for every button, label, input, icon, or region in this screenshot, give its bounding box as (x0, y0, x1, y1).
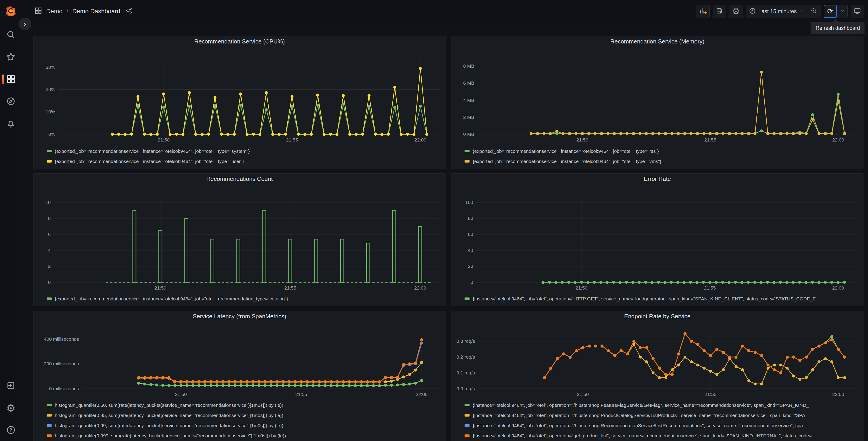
sidebar-item-explore[interactable] (0, 96, 22, 107)
svg-text:0 milliseconds: 0 milliseconds (49, 386, 79, 391)
legend-item[interactable]: {instance="otelcol:9464", job="otel", op… (465, 400, 859, 410)
panel-title[interactable]: Recommendations Count (206, 175, 273, 182)
legend-swatch (465, 160, 469, 163)
svg-text:21:50: 21:50 (158, 137, 170, 142)
svg-text:20: 20 (468, 264, 473, 269)
svg-text:22:00: 22:00 (416, 392, 428, 397)
refresh-interval-dropdown[interactable] (837, 5, 848, 18)
clock-icon (749, 7, 756, 15)
sidebar-item-settings[interactable]: ⚙ (0, 403, 22, 413)
legend-item[interactable]: {instance="otelcol:9464", job="otel", op… (465, 410, 859, 420)
kiosk-mode-button[interactable] (851, 5, 864, 18)
sidebar-item-help[interactable]: ? (0, 425, 22, 436)
panel-title[interactable]: Endpoint Rate by Service (624, 313, 690, 320)
chevron-down-icon (800, 8, 804, 14)
legend-item[interactable]: {exported_job="recommendationservice", i… (46, 294, 441, 304)
legend-swatch (465, 404, 469, 406)
svg-text:22:00: 22:00 (832, 392, 844, 397)
svg-text:2: 2 (48, 264, 51, 269)
count-chart[interactable]: 21:5021:5522:000246810 (33, 184, 445, 293)
svg-text:0.3 req/s: 0.3 req/s (456, 339, 475, 344)
svg-text:100: 100 (465, 200, 473, 205)
panel-header[interactable]: Endpoint Rate by Service (452, 311, 863, 321)
panel-title[interactable]: Service Latency (from SpanMetrics) (193, 313, 286, 320)
breadcrumb-separator: / (66, 8, 68, 15)
legend-label: {exported_job="recommendationservice", i… (55, 296, 288, 301)
legend-label: {instance="otelcol:9464", job="otel", op… (473, 433, 812, 439)
latency-chart[interactable]: 21:5021:5522:000 milliseconds200 millise… (33, 321, 445, 399)
add-panel-button[interactable] (696, 5, 710, 18)
memory-chart[interactable]: 21:5021:5522:000 MB2 MB4 MB6 MB8 MB (452, 47, 863, 145)
legend-label: {instance="otelcol:9464", job="otel", op… (473, 423, 803, 428)
svg-text:21:55: 21:55 (704, 137, 716, 142)
error-rate-chart[interactable]: 21:5021:5522:00020406080100 (452, 184, 863, 293)
sidebar-item-search[interactable] (0, 30, 22, 40)
legend-swatch (46, 404, 52, 406)
legend: {exported_job="recommendationservice", i… (33, 145, 445, 169)
legend-swatch (465, 424, 469, 427)
svg-text:40: 40 (468, 248, 473, 253)
panel-header[interactable]: Recommendation Service (Memory) (452, 36, 863, 47)
bell-icon (6, 119, 16, 129)
legend-item[interactable]: {exported_job="recommendationservice", i… (46, 156, 441, 167)
sidebar-item-starred[interactable] (0, 52, 22, 62)
endpoint-rate-chart[interactable]: 21:5021:5522:000.0 req/s0.1 req/s0.2 req… (452, 321, 863, 399)
legend-item[interactable]: histogram_quantile(0.999, sum(rate(laten… (46, 431, 441, 441)
cpu-chart[interactable]: 21:5021:5522:000%10%20%30% (33, 47, 445, 145)
svg-text:21:55: 21:55 (705, 392, 717, 397)
share-icon[interactable] (126, 7, 132, 16)
legend-label: histogram_quantile(0.95, sum(rate(latenc… (55, 413, 283, 418)
breadcrumb-page[interactable]: Demo Dashboard (72, 8, 120, 15)
zoom-out-icon (810, 7, 817, 15)
panel-header[interactable]: Service Latency (from SpanMetrics) (33, 311, 445, 321)
legend-swatch (46, 414, 52, 416)
dashboard-settings-button[interactable]: ⚙ (729, 5, 743, 18)
panel-recommendations-count: Recommendations Count 21:5021:5522:00024… (33, 173, 446, 306)
monitor-icon (854, 7, 861, 16)
sidebar-expand-button[interactable]: › (19, 18, 31, 30)
legend-item[interactable]: {instance="otelcol:9464", job="otel", op… (465, 431, 859, 441)
svg-text:21:55: 21:55 (704, 285, 716, 290)
svg-text:0.0 req/s: 0.0 req/s (456, 386, 475, 391)
svg-text:30%: 30% (46, 64, 55, 70)
svg-text:21:50: 21:50 (154, 285, 166, 290)
dashboard-toolbar: ⚙ Last 15 minutes ⟳ (696, 5, 868, 18)
grafana-logo[interactable] (0, 0, 22, 22)
time-range-picker[interactable]: Last 15 minutes (746, 5, 807, 18)
sidebar-item-sign-in[interactable] (0, 381, 22, 391)
legend-item[interactable]: {instance="otelcol:9464", job="otel", op… (465, 420, 859, 431)
svg-text:4 MB: 4 MB (463, 97, 474, 103)
panel-service-latency: Service Latency (from SpanMetrics) 21:50… (33, 311, 446, 441)
save-dashboard-button[interactable] (713, 5, 726, 18)
legend-item[interactable]: {exported_job="recommendationservice", i… (46, 146, 441, 156)
panel-title[interactable]: Recommendation Service (Memory) (610, 38, 704, 45)
panel-header[interactable]: Recommendation Service (CPU%) (33, 36, 445, 47)
svg-text:21:55: 21:55 (295, 392, 307, 397)
panel-endpoint-rate: Endpoint Rate by Service 21:5021:5522:00… (451, 311, 864, 441)
sidebar-item-dashboards[interactable] (0, 74, 22, 85)
panel-recommendation-cpu: Recommendation Service (CPU%) 21:5021:55… (33, 36, 446, 169)
svg-text:22:00: 22:00 (832, 285, 844, 290)
sidebar: ⚙ ? (0, 0, 22, 441)
legend-item[interactable]: {exported_job="recommendationservice", i… (465, 156, 859, 167)
svg-text:0%: 0% (49, 131, 55, 137)
legend-item[interactable]: histogram_quantile(0.95, sum(rate(latenc… (46, 410, 441, 420)
legend-item[interactable]: histogram_quantile(0.99, sum(rate(latenc… (46, 420, 441, 431)
add-panel-icon (699, 7, 707, 16)
legend-swatch (46, 424, 52, 427)
panel-title[interactable]: Recommendation Service (CPU%) (194, 38, 285, 45)
legend: {instance="otelcol:9464", job="otel", op… (452, 293, 863, 306)
zoom-out-button[interactable] (807, 5, 820, 18)
legend-item[interactable]: {exported_job="recommendationservice", i… (465, 146, 859, 156)
legend-item[interactable]: histogram_quantile(0.50, sum(rate(latenc… (46, 400, 441, 410)
panel-header[interactable]: Recommendations Count (33, 174, 445, 184)
sidebar-item-alerting[interactable] (0, 119, 22, 129)
legend-swatch (46, 297, 52, 300)
breadcrumb-section[interactable]: Demo (46, 8, 62, 15)
legend-item[interactable]: {instance="otelcol:9464", job="otel", op… (465, 294, 859, 304)
svg-text:21:50: 21:50 (577, 392, 589, 397)
refresh-button[interactable]: ⟳ (824, 5, 837, 18)
dashboards-grid-icon (6, 74, 16, 85)
panel-header[interactable]: Error Rate (452, 174, 863, 184)
panel-title[interactable]: Error Rate (644, 175, 671, 182)
